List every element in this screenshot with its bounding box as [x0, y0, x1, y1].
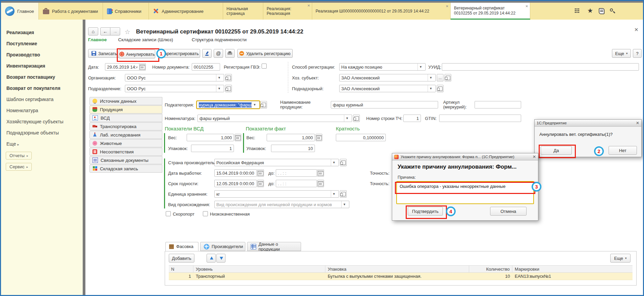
- vsd-weight-input[interactable]: 1,000: [187, 134, 234, 141]
- tab-data-source[interactable]: Источник данных: [89, 97, 162, 105]
- made-date-till-input[interactable]: . . : :: [276, 169, 317, 177]
- form-nav-warehouse[interactable]: Складские записи (Шлюз): [118, 37, 173, 42]
- line-number-input[interactable]: 1: [403, 115, 421, 122]
- fact-packs-input[interactable]: 10: [271, 145, 315, 152]
- doc-number-input[interactable]: 00102255: [192, 63, 220, 71]
- form-more-button[interactable]: Еще▾: [612, 49, 631, 58]
- dropdown-icon[interactable]: ▼: [418, 64, 424, 70]
- menu-administration[interactable]: Администрирование: [149, 3, 223, 20]
- dropdown-icon[interactable]: ▼: [216, 85, 222, 92]
- unit-combo[interactable]: кг▼: [214, 190, 339, 198]
- dropdown-icon[interactable]: ▼: [341, 201, 347, 208]
- gve-checkbox[interactable]: [262, 64, 267, 69]
- sidebar-item-business-entities[interactable]: Хозяйствующие субъекты: [6, 119, 63, 124]
- subcategory-combo[interactable]: курица домашняя: "фарш и▼: [197, 101, 260, 108]
- vsd-weight-calc-button[interactable]: [235, 134, 241, 141]
- dropdown-icon[interactable]: ▼: [331, 191, 337, 197]
- menu-catalogs[interactable]: Справочники: [103, 3, 149, 20]
- supervised-open-button[interactable]: [437, 85, 444, 92]
- doc-tab-vet-certificate[interactable]: Ветеринарный сертификат 00102255 от 29.0…: [451, 3, 530, 20]
- multiplicity-input[interactable]: 0,1000000: [336, 134, 386, 141]
- form-nav-main[interactable]: Главное: [88, 37, 107, 42]
- tab-packing[interactable]: Фасовка: [165, 242, 198, 251]
- fact-weight-input[interactable]: 1,000: [267, 134, 315, 141]
- subject-combo[interactable]: ЗАО Алексеевский▼: [339, 74, 436, 81]
- home-button[interactable]: ⌂: [88, 27, 98, 35]
- reason-dialog-titlebar[interactable]: Укажите причину аннулирования: Форма п..…: [392, 153, 538, 161]
- calendar-button[interactable]: [139, 63, 146, 71]
- department-combo[interactable]: ООО Рус▼: [125, 85, 224, 92]
- sidebar-item-receipt[interactable]: Поступление: [6, 41, 37, 46]
- perishable-checkbox[interactable]: [166, 211, 171, 216]
- calendar-button[interactable]: [257, 180, 264, 187]
- close-dialog-icon[interactable]: ✕: [533, 154, 536, 159]
- tab-animals[interactable]: Животные: [89, 139, 162, 147]
- close-tab-icon[interactable]: ✕: [526, 4, 528, 9]
- calendar-button[interactable]: [257, 169, 264, 177]
- table-row-cell-level[interactable]: Транспортный: [193, 273, 325, 280]
- column-header[interactable]: N: [169, 265, 193, 273]
- move-down-button[interactable]: [216, 254, 225, 263]
- sidebar-item-supervised-objects[interactable]: Поднадзорные объекты: [6, 130, 59, 135]
- made-date-input[interactable]: 15.04.2019 0:00:00: [214, 169, 257, 177]
- doc-tab-realization-list[interactable]: Реализация: Реализация ✕: [263, 3, 312, 20]
- service-button[interactable]: Сервис▸: [6, 163, 32, 171]
- org-open-button[interactable]: [225, 74, 232, 81]
- dropdown-icon[interactable]: ▼: [251, 101, 258, 108]
- menu-main[interactable]: Главное: [1, 3, 39, 20]
- article-input[interactable]: [475, 101, 521, 108]
- help-button[interactable]: ?: [633, 49, 642, 58]
- sidebar-item-realization[interactable]: Реализация: [6, 30, 34, 35]
- dropdown-icon[interactable]: ▼: [331, 159, 337, 166]
- expiry-till-input[interactable]: . . : :: [276, 180, 317, 187]
- unit-open-button[interactable]: [340, 190, 347, 198]
- column-header[interactable]: Уровень: [193, 265, 325, 273]
- subject-ellipsis-button[interactable]: …: [437, 74, 444, 81]
- uuid-input[interactable]: [442, 63, 639, 71]
- gtin-input[interactable]: [439, 115, 521, 122]
- doc-tab-realization-doc[interactable]: Реализация Ш0000000000000000012 от 29.05…: [312, 3, 451, 20]
- save-button[interactable]: Записать: [88, 49, 120, 58]
- column-header[interactable]: Упаковка: [325, 265, 469, 273]
- sidebar-item-return-buyer[interactable]: Возврат от покупателя: [6, 85, 60, 91]
- history-icon[interactable]: [599, 8, 605, 15]
- email-button[interactable]: @: [214, 49, 223, 58]
- back-button[interactable]: ←: [100, 27, 110, 35]
- table-row-cell-n[interactable]: 1: [169, 273, 193, 280]
- tab-warehouse-record[interactable]: Складская запись: [89, 165, 162, 173]
- dropdown-icon[interactable]: ▼: [344, 115, 350, 122]
- delete-registration-button[interactable]: Удалить регистрацию: [237, 49, 293, 58]
- no-button[interactable]: Нет: [609, 146, 637, 155]
- calendar-button[interactable]: [317, 169, 324, 177]
- dropdown-icon[interactable]: ▼: [216, 74, 222, 81]
- table-row-cell-qty[interactable]: 10: [469, 273, 512, 280]
- lowquality-checkbox[interactable]: [203, 211, 208, 216]
- tab-vsd[interactable]: ВСД: [89, 114, 162, 122]
- packing-more-button[interactable]: Еще▾: [610, 254, 630, 263]
- department-open-button[interactable]: [225, 85, 232, 92]
- close-dialog-icon[interactable]: ✕: [636, 121, 639, 125]
- menu-documents[interactable]: Работа с документами: [39, 3, 103, 20]
- tab-related-documents[interactable]: Связанные документы: [89, 156, 162, 164]
- vsd-packs-input[interactable]: 1: [191, 145, 234, 152]
- tab-lab-research[interactable]: Лаб. исследования: [89, 131, 162, 139]
- close-tab-icon[interactable]: ✕: [307, 4, 310, 7]
- nomenclature-open-button[interactable]: [353, 115, 360, 122]
- supervised-combo[interactable]: ЗАО Алексеевский▼: [339, 85, 436, 92]
- close-form-icon[interactable]: ✕: [634, 27, 639, 33]
- close-tab-icon[interactable]: ✕: [446, 4, 449, 9]
- favorites-star-icon[interactable]: ★: [587, 7, 593, 15]
- doc-tab-home[interactable]: Начальная страница: [223, 3, 263, 20]
- tab-product-data[interactable]: Данные о продукции: [247, 242, 301, 251]
- register-button[interactable]: Зарегистрировать: [160, 49, 200, 58]
- subcategory-open-button[interactable]: [260, 101, 267, 108]
- forward-button[interactable]: →: [110, 27, 120, 35]
- nomenclature-combo[interactable]: фарш куриный▼: [197, 115, 352, 122]
- tab-nonconformities[interactable]: Несоответствия: [89, 148, 162, 156]
- sidebar-item-more[interactable]: Еще ▸: [6, 141, 19, 147]
- reg-method-combo[interactable]: На каждую позицию▼: [339, 63, 426, 71]
- dropdown-icon[interactable]: ▼: [428, 74, 434, 81]
- search-icon[interactable]: [610, 8, 615, 15]
- add-row-button[interactable]: Добавить: [169, 254, 194, 263]
- dropdown-icon[interactable]: ▼: [428, 85, 434, 92]
